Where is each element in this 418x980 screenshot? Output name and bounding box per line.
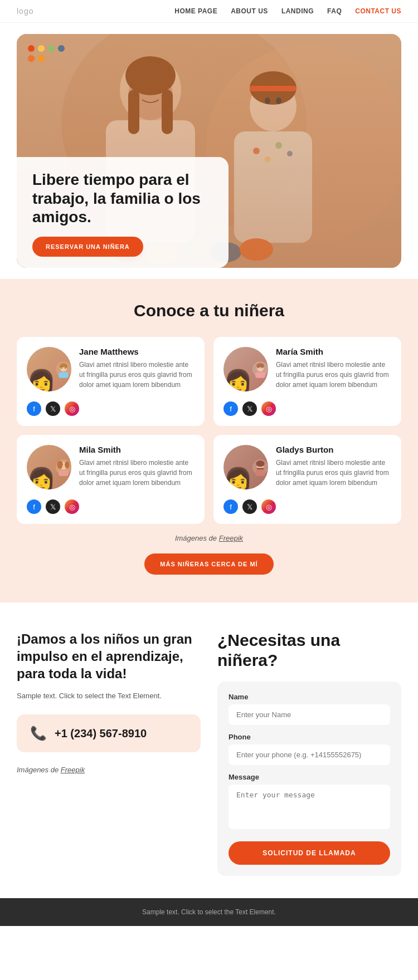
nav-about[interactable]: ABOUT US <box>231 7 268 15</box>
nanny-card-top-1: Jane Matthews Glavi amet ritnisl libero … <box>27 347 195 391</box>
nanny-name-3: Mila Smith <box>79 445 195 454</box>
nanny-desc-3: Glavi amet ritnisl libero molestie ante … <box>79 458 195 488</box>
svg-point-17 <box>275 142 282 149</box>
dot <box>28 45 35 52</box>
hero-title: Libere tiempo para el trabajo, la famili… <box>32 170 213 227</box>
contact-left-desc: Sample text. Click to select the Text El… <box>17 690 201 702</box>
facebook-icon-3[interactable]: f <box>27 499 41 514</box>
svg-point-16 <box>265 156 270 162</box>
contact-right-title: ¿Necesitas una niñera? <box>217 630 401 670</box>
dot <box>28 55 35 62</box>
nannies-section-title: Conoce a tu niñera <box>17 301 401 320</box>
nav-faq[interactable]: FAQ <box>327 7 342 15</box>
freepik-link-2[interactable]: Freepik <box>61 766 85 774</box>
avatar-svg-3 <box>56 445 71 489</box>
more-nannies-button[interactable]: MÁS NIÑERAS CERCA DE MÍ <box>144 553 273 575</box>
instagram-icon-3[interactable]: ◎ <box>65 499 79 514</box>
svg-point-13 <box>265 97 270 104</box>
svg-point-36 <box>57 461 63 469</box>
hero-content: Libere tiempo para el trabajo, la famili… <box>17 157 229 268</box>
nannies-section: Conoce a tu niñera <box>0 279 418 602</box>
avatar-shape-2 <box>223 347 268 391</box>
nanny-card-3: Mila Smith Glavi amet ritnisl libero mol… <box>17 435 205 524</box>
svg-rect-38 <box>59 470 69 476</box>
svg-rect-8 <box>162 90 173 134</box>
svg-point-3 <box>120 56 181 123</box>
freepik-note-1: Imágenes de Freepik <box>17 534 401 542</box>
nav-landing[interactable]: LANDING <box>281 7 314 15</box>
nanny-avatar-1 <box>27 347 71 391</box>
message-input[interactable] <box>229 785 390 829</box>
contact-left-title: ¡Damos a los niños un gran impulso en el… <box>17 630 201 683</box>
phone-number: +1 (234) 567-8910 <box>55 727 147 740</box>
nanny-card-top-2: María Smith Glavi amet ritnisl libero mo… <box>223 347 391 391</box>
navbar: logo HOME PAGE ABOUT US LANDING FAQ CONT… <box>0 0 418 23</box>
contact-right: ¿Necesitas una niñera? Name Phone Messag… <box>217 630 401 876</box>
svg-point-33 <box>259 367 262 370</box>
twitter-icon-4[interactable]: 𝕏 <box>242 499 257 514</box>
nanny-avatar-4 <box>223 445 268 489</box>
svg-point-2 <box>206 45 401 246</box>
twitter-icon-3[interactable]: 𝕏 <box>46 499 60 514</box>
nanny-card-1: Jane Matthews Glavi amet ritnisl libero … <box>17 337 205 426</box>
svg-point-37 <box>65 462 69 469</box>
svg-point-11 <box>250 71 297 105</box>
contact-form: Name Phone Message SOLICITUD DE LLAMADA <box>217 682 401 876</box>
dot <box>38 55 45 62</box>
facebook-icon-2[interactable]: f <box>223 401 238 416</box>
avatar-svg-4 <box>252 445 268 489</box>
dot <box>48 45 55 52</box>
svg-rect-10 <box>234 131 312 243</box>
nanny-desc-1: Glavi amet ritnisl libero molestie ante … <box>79 360 195 390</box>
dot <box>58 45 65 52</box>
submit-button[interactable]: SOLICITUD DE LLAMADA <box>229 841 390 865</box>
nanny-social-1: f 𝕏 ◎ <box>27 401 195 416</box>
avatar-shape-4 <box>223 445 268 489</box>
instagram-icon-1[interactable]: ◎ <box>65 401 79 416</box>
name-input[interactable] <box>229 704 390 725</box>
freepik-link-1[interactable]: Freepik <box>219 534 243 542</box>
nanny-card-4: Gladys Burton Glavi amet ritnisl libero … <box>213 435 401 524</box>
form-group-name: Name <box>229 693 390 725</box>
svg-point-18 <box>287 151 293 156</box>
phone-input[interactable] <box>229 744 390 765</box>
contact-section: ¡Damos a los niños un gran impulso en el… <box>0 602 418 898</box>
hero-decorative-dots <box>28 45 72 62</box>
twitter-icon-1[interactable]: 𝕏 <box>46 401 60 416</box>
nav-contact[interactable]: CONTACT US <box>355 7 401 15</box>
nannies-grid: Jane Matthews Glavi amet ritnisl libero … <box>17 337 401 524</box>
svg-point-9 <box>250 81 297 131</box>
instagram-icon-4[interactable]: ◎ <box>261 499 276 514</box>
nanny-card-top-4: Gladys Burton Glavi amet ritnisl libero … <box>223 445 391 489</box>
message-label: Message <box>229 773 390 781</box>
nanny-desc-2: Glavi amet ritnisl libero molestie ante … <box>276 360 391 390</box>
reserve-button[interactable]: RESERVAR UNA NIÑERA <box>32 237 143 257</box>
name-label: Name <box>229 693 390 701</box>
phone-label: Phone <box>229 733 390 741</box>
svg-rect-32 <box>255 372 265 378</box>
nanny-info-4: Gladys Burton Glavi amet ritnisl libero … <box>276 445 391 489</box>
instagram-icon-2[interactable]: ◎ <box>261 401 276 416</box>
nanny-card-top-3: Mila Smith Glavi amet ritnisl libero mol… <box>27 445 195 489</box>
nav-home[interactable]: HOME PAGE <box>174 7 217 15</box>
nanny-social-4: f 𝕏 ◎ <box>223 499 391 514</box>
nanny-name-1: Jane Matthews <box>79 347 195 356</box>
svg-point-14 <box>276 97 281 104</box>
facebook-icon-1[interactable]: f <box>27 401 41 416</box>
hero-section: Libere tiempo para el trabajo, la famili… <box>17 34 401 268</box>
twitter-icon-2[interactable]: 𝕏 <box>242 401 257 416</box>
avatar-shape-3 <box>27 445 71 489</box>
nanny-social-3: f 𝕏 ◎ <box>27 499 195 514</box>
facebook-icon-4[interactable]: f <box>223 499 238 514</box>
logo: logo <box>17 7 33 16</box>
nanny-desc-4: Glavi amet ritnisl libero molestie ante … <box>276 458 391 488</box>
avatar-svg-2 <box>252 347 268 391</box>
form-group-message: Message <box>229 773 390 831</box>
freepik-note-2: Imágenes de Freepik <box>17 766 201 774</box>
footer: Sample text. Click to select the Text El… <box>0 898 418 926</box>
svg-rect-27 <box>59 372 69 378</box>
svg-rect-44 <box>255 470 265 476</box>
nanny-avatar-2 <box>223 347 268 391</box>
avatar-shape-1 <box>27 347 71 391</box>
phone-icon: 📞 <box>30 726 47 741</box>
